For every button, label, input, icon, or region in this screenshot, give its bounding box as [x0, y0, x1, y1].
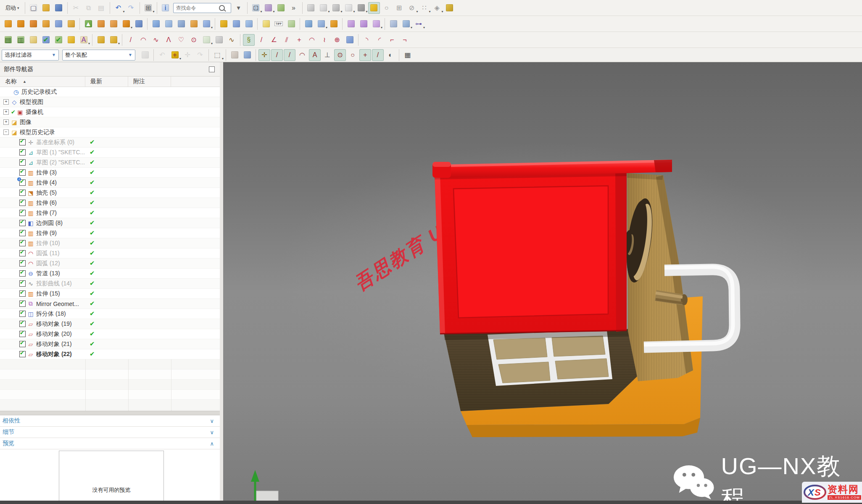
- column-notes[interactable]: 附注: [128, 77, 171, 87]
- feature-checkbox[interactable]: ✔: [19, 250, 26, 256]
- yellow-box-icon[interactable]: [65, 34, 77, 46]
- subtract-icon[interactable]: [133, 18, 145, 30]
- tree-item-blend[interactable]: ✔◧边倒圆 (8)✔: [0, 218, 220, 228]
- hole-icon[interactable]: [27, 18, 39, 30]
- corner3-icon[interactable]: ⌐: [386, 34, 398, 46]
- snap-tangent-icon[interactable]: /: [372, 49, 384, 61]
- chain-icon[interactable]: §: [243, 34, 255, 46]
- collapse-icon[interactable]: −: [3, 129, 9, 135]
- raise-icon[interactable]: ▲: [82, 18, 94, 30]
- shaded-cube1-icon[interactable]: [229, 49, 240, 61]
- person-icon[interactable]: ○: [381, 2, 393, 14]
- snap-end-icon[interactable]: /: [271, 49, 283, 61]
- expand-icon[interactable]: +: [3, 99, 9, 105]
- expand-icon[interactable]: +: [3, 109, 9, 115]
- tree-item-extrude[interactable]: ✔▥拉伸 (15)✔: [0, 289, 220, 299]
- assembly-icon[interactable]: [139, 49, 151, 61]
- keyboard-icon[interactable]: ▦: [402, 49, 414, 61]
- overflow-icon[interactable]: »: [288, 2, 300, 14]
- panel-splitter[interactable]: [0, 411, 220, 415]
- shaded-cube2-icon[interactable]: [241, 49, 253, 61]
- feature-checkbox[interactable]: ✔i: [19, 179, 26, 186]
- pattern-icon[interactable]: [95, 18, 107, 30]
- feature-checkbox[interactable]: ✔: [19, 210, 26, 216]
- tree-item-folder[interactable]: +◪图像: [0, 117, 220, 127]
- arc-icon[interactable]: ◠: [137, 34, 149, 46]
- layer-settings-icon[interactable]: ▥: [15, 34, 26, 46]
- tree-item-arc[interactable]: ✔◠圆弧 (11)✔: [0, 248, 220, 259]
- feature-checkbox[interactable]: ✔: [19, 331, 26, 337]
- next-sel-icon[interactable]: ↷: [194, 49, 206, 61]
- feature-checkbox[interactable]: ✔: [19, 270, 26, 277]
- panel-dark-icon[interactable]: ▾: [356, 2, 367, 14]
- search-input[interactable]: [175, 5, 219, 11]
- feature-checkbox[interactable]: ✔: [19, 321, 26, 327]
- dwave-icon[interactable]: ≀: [319, 34, 330, 46]
- panel-light-icon[interactable]: ▾: [343, 2, 355, 14]
- save-icon[interactable]: [53, 2, 65, 14]
- rect-select-icon[interactable]: ⬚▾: [211, 49, 223, 61]
- corner2-icon[interactable]: ◜: [374, 34, 385, 46]
- tree-item-clock[interactable]: ◷历史记录模式: [0, 87, 220, 97]
- search-icon[interactable]: [219, 5, 225, 11]
- dependencies-section-header[interactable]: 相依性∨: [0, 415, 220, 427]
- copy-icon[interactable]: ⧉: [83, 2, 95, 14]
- dcircuit-icon[interactable]: ⊕: [331, 34, 343, 46]
- feature-checkbox[interactable]: ✔: [19, 139, 26, 145]
- tree-item-extrude[interactable]: ✔▥拉伸 (9)✔: [0, 228, 220, 238]
- view-orient-icon[interactable]: ⊞▾: [142, 2, 154, 14]
- boot-icon[interactable]: ✔: [53, 34, 64, 46]
- redo-icon[interactable]: ↷: [125, 2, 137, 14]
- dloop-icon[interactable]: ◠: [306, 34, 318, 46]
- render-tools-icon[interactable]: ▾: [263, 2, 274, 14]
- feature-checkbox[interactable]: ✔: [19, 230, 26, 236]
- selection-scope-dropdown[interactable]: 整个装配▼: [62, 50, 135, 61]
- tree-item-modelview[interactable]: +◇模型视图: [0, 97, 220, 107]
- scale-icon[interactable]: [328, 18, 340, 30]
- snap-center-icon[interactable]: ⊙: [334, 49, 346, 61]
- gold-body2-icon[interactable]: ▾: [108, 34, 119, 46]
- synchronous3-icon[interactable]: ▾: [370, 18, 382, 30]
- column-latest[interactable]: 最新: [85, 77, 128, 87]
- studio-spline-icon[interactable]: Λ: [163, 34, 174, 46]
- snap-inter-icon[interactable]: +: [359, 49, 371, 61]
- tree-item-tube[interactable]: ✔⊖管道 (13)✔: [0, 269, 220, 279]
- chamfer-icon[interactable]: [230, 18, 242, 30]
- corner4-icon[interactable]: ¬: [399, 34, 411, 46]
- preview-section-header[interactable]: 预览∧: [0, 438, 220, 449]
- tree-item-extrude[interactable]: ✔▥拉伸 (7)✔: [0, 208, 220, 218]
- feature-checkbox[interactable]: ✔: [19, 351, 26, 357]
- tree-item-move[interactable]: ✔▱移动对象 (21)✔: [0, 339, 220, 349]
- sweep-icon[interactable]: [150, 18, 162, 30]
- no-selection-icon[interactable]: ⊘▾: [406, 2, 418, 14]
- info-icon[interactable]: i: [160, 2, 171, 14]
- true-shading-icon[interactable]: [368, 2, 380, 14]
- move-face-icon[interactable]: [303, 18, 314, 30]
- corner1-icon[interactable]: ◝: [361, 34, 373, 46]
- synchronous1-icon[interactable]: [345, 18, 357, 30]
- new-file-icon[interactable]: ▢: [28, 2, 40, 14]
- grid-icon[interactable]: ⊞: [393, 2, 405, 14]
- snapshot-icon[interactable]: [285, 18, 297, 30]
- tree-item-shell[interactable]: ✔⬔抽壳 (5)✔: [0, 188, 220, 198]
- measure-icon[interactable]: ⊶▾: [413, 18, 424, 30]
- cut-icon[interactable]: ✂: [70, 2, 82, 14]
- shell-icon[interactable]: [65, 18, 77, 30]
- snap-mid-icon[interactable]: /: [284, 49, 295, 61]
- sheet-icon[interactable]: [163, 18, 174, 30]
- snap-point-icon[interactable]: ✛: [258, 49, 270, 61]
- extrude-icon[interactable]: [15, 18, 26, 30]
- snap-face-icon[interactable]: ◐: [385, 49, 396, 61]
- prev-sel-icon[interactable]: ↶: [156, 49, 168, 61]
- earth-icon[interactable]: [275, 2, 287, 14]
- gear-wrench-icon[interactable]: [388, 18, 399, 30]
- dots-icon[interactable]: ∷▾: [419, 2, 430, 14]
- sphere-gray-icon[interactable]: ▾: [330, 2, 342, 14]
- tree-item-mirror[interactable]: ✔⧉Mirror Geomet...✔: [0, 299, 220, 309]
- key-icon[interactable]: [444, 2, 456, 14]
- tree-item-split[interactable]: ✔◫拆分体 (18)✔: [0, 309, 220, 319]
- sheet-plane-icon[interactable]: ▾: [200, 34, 212, 46]
- thicken-icon[interactable]: [175, 18, 187, 30]
- tree-item-csys[interactable]: ✔✛基准坐标系 (0)✔: [0, 137, 220, 148]
- tree-item-extrude[interactable]: ✔▥拉伸 (10)✔: [0, 238, 220, 248]
